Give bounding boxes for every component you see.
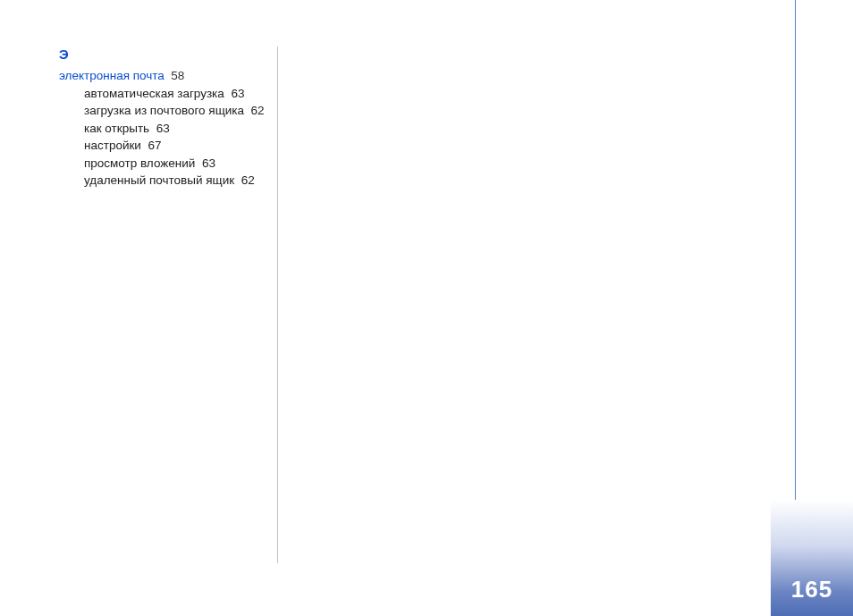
index-subentry-page-num: 67 [148, 139, 161, 152]
index-heading-page-num: 58 [171, 69, 184, 82]
index-subentry-label: автоматическая загрузка [84, 87, 224, 100]
index-heading: электронная почта 58 [59, 67, 291, 85]
index-subentry: автоматическая загрузка 63 [84, 85, 291, 103]
index-subentry-label: как открыть [84, 122, 149, 135]
index-section-letter: Э [59, 46, 291, 62]
page-number: 165 [791, 576, 832, 603]
index-subentry-page-num: 62 [251, 104, 265, 117]
index-subentry-page-num: 63 [156, 122, 170, 135]
index-subentry: удаленный почтовый ящик 62 [84, 172, 291, 190]
index-column-left: Э электронная почта 58 автоматическая за… [59, 46, 308, 190]
index-column-right [308, 46, 556, 190]
index-subentry-label: удаленный почтовый ящик [84, 173, 234, 187]
index-subentry-label: настройки [84, 139, 141, 152]
index-subentry: загрузка из почтового ящика 62 [84, 102, 291, 120]
index-heading-label: электронная почта [59, 69, 165, 82]
index-subentry: настройки 67 [84, 137, 291, 155]
index-content: Э электронная почта 58 автоматическая за… [59, 46, 560, 190]
index-subentry: как открыть 63 [84, 120, 291, 138]
index-subentry-page-num: 62 [241, 173, 255, 187]
index-subentry-label: просмотр вложений [84, 156, 195, 170]
right-vertical-rule [795, 0, 796, 563]
page-number-block: 165 [771, 500, 853, 616]
index-subentry-page-num: 63 [202, 156, 215, 170]
index-subentry-page-num: 63 [231, 87, 244, 100]
index-subentry-label: загрузка из почтового ящика [84, 104, 244, 117]
index-subentry: просмотр вложений 63 [84, 155, 291, 173]
